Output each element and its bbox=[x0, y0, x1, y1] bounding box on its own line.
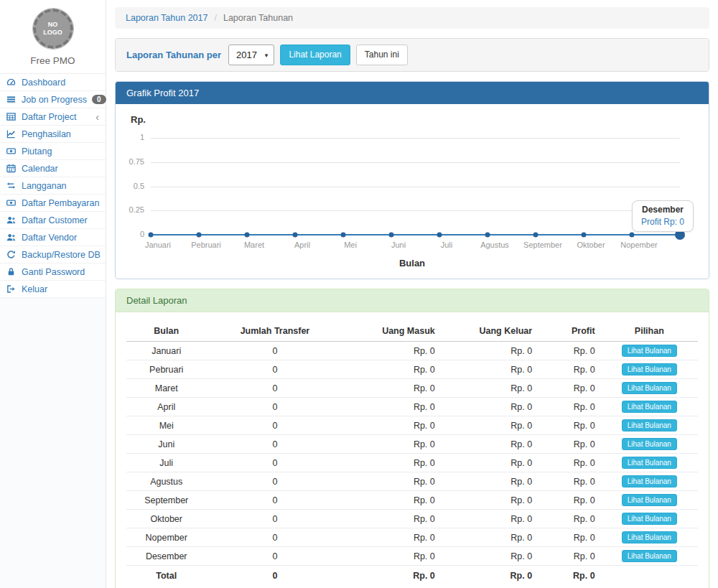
sidebar-item-ganti-password[interactable]: Ganti Password bbox=[0, 263, 106, 281]
x-axis-tick: Januari bbox=[133, 241, 183, 249]
sidebar-item-daftar-vendor[interactable]: Daftar Vendor bbox=[0, 229, 106, 246]
lihat-bulanan-button[interactable]: Lihat Bulanan bbox=[622, 401, 677, 413]
sidebar-item-dashboard[interactable]: Dashboard bbox=[0, 74, 106, 91]
breadcrumb: Laporan Tahun 2017 / Laporan Tahunan bbox=[115, 7, 709, 29]
chart-panel: Grafik Profit 2017 Rp. 00.250.50.751Janu… bbox=[115, 81, 709, 279]
table-row: Agustus0Rp. 0Rp. 0Rp. 0Lihat Bulanan bbox=[126, 472, 698, 491]
x-axis-tick: Pebruari bbox=[181, 241, 231, 249]
data-point bbox=[341, 233, 346, 238]
cell-uang-masuk: Rp. 0 bbox=[343, 547, 440, 566]
table-icon bbox=[6, 112, 17, 122]
cell-uang-masuk: Rp. 0 bbox=[343, 398, 440, 416]
header-pilihan: Pilihan bbox=[601, 321, 698, 342]
cell-uang-masuk: Rp. 0 bbox=[343, 416, 440, 435]
lihat-bulanan-button[interactable]: Lihat Bulanan bbox=[622, 513, 677, 525]
total-profit: Rp. 0 bbox=[538, 566, 601, 587]
lihat-bulanan-button[interactable]: Lihat Bulanan bbox=[622, 550, 677, 562]
x-axis-tick: Juni bbox=[373, 241, 424, 249]
profit-chart[interactable]: 00.250.50.751JanuariPebruariMaretAprilMe… bbox=[126, 125, 698, 256]
cell-profit: Rp. 0 bbox=[538, 398, 601, 416]
x-axis-tick: September bbox=[518, 241, 568, 249]
lihat-laporan-button[interactable]: Lihat Laporan bbox=[280, 45, 350, 65]
sidebar-item-label: Piutang bbox=[22, 146, 52, 157]
sidebar-item-job-on-progress[interactable]: Job on Progress0 bbox=[0, 91, 106, 108]
profit-line bbox=[126, 125, 698, 256]
table-row: Oktober0Rp. 0Rp. 0Rp. 0Lihat Bulanan bbox=[126, 510, 698, 528]
total-label: Total bbox=[126, 566, 206, 587]
cell-profit: Rp. 0 bbox=[538, 510, 601, 528]
cell-uang-keluar: Rp. 0 bbox=[441, 547, 538, 566]
breadcrumb-current: Laporan Tahunan bbox=[223, 13, 293, 23]
data-point bbox=[533, 233, 538, 238]
cell-bulan: Maret bbox=[126, 379, 206, 398]
sidebar-item-label: Ganti Password bbox=[22, 267, 85, 277]
sidebar-item-backup-restore-db[interactable]: Backup/Restore DB bbox=[0, 246, 106, 263]
total-uang-masuk: Rp. 0 bbox=[343, 566, 440, 587]
filter-panel-heading: Laporan Tahunan per 2017 ▾ Lihat Laporan… bbox=[116, 39, 709, 71]
breadcrumb-separator: / bbox=[214, 13, 216, 23]
cell-bulan: Pebruari bbox=[126, 360, 206, 379]
sidebar-item-label: Calendar bbox=[22, 164, 58, 174]
lihat-bulanan-button[interactable]: Lihat Bulanan bbox=[622, 475, 677, 487]
cell-bulan: Juni bbox=[126, 435, 206, 454]
year-select[interactable]: 2017 ▾ bbox=[228, 45, 274, 65]
lihat-bulanan-button[interactable]: Lihat Bulanan bbox=[622, 494, 677, 506]
cell-uang-masuk: Rp. 0 bbox=[343, 528, 440, 547]
chart-x-axis-label: Bulan bbox=[126, 258, 698, 269]
sidebar-item-keluar[interactable]: Keluar bbox=[0, 281, 106, 298]
cell-profit: Rp. 0 bbox=[538, 547, 601, 566]
lihat-bulanan-button[interactable]: Lihat Bulanan bbox=[622, 531, 677, 543]
tahun-ini-button[interactable]: Tahun ini bbox=[356, 45, 408, 65]
header-bulan: Bulan bbox=[126, 321, 206, 342]
cell-uang-keluar: Rp. 0 bbox=[441, 528, 538, 547]
detail-panel: Detail Laporan Bulan Jumlah Transfer Uan… bbox=[115, 289, 709, 588]
cell-uang-keluar: Rp. 0 bbox=[441, 379, 538, 398]
cell-uang-masuk: Rp. 0 bbox=[343, 491, 440, 510]
sidebar-item-penghasilan[interactable]: Penghasilan bbox=[0, 126, 106, 143]
refresh-icon bbox=[6, 250, 17, 260]
header-uang-keluar: Uang Keluar bbox=[441, 321, 538, 342]
header-jumlah-transfer: Jumlah Transfer bbox=[206, 321, 343, 342]
cell-profit: Rp. 0 bbox=[538, 416, 601, 435]
dashboard-icon bbox=[6, 78, 17, 88]
sidebar-item-daftar-customer[interactable]: Daftar Customer bbox=[0, 212, 106, 229]
users-icon bbox=[6, 215, 17, 225]
data-point bbox=[485, 233, 490, 238]
breadcrumb-link[interactable]: Laporan Tahun 2017 bbox=[126, 13, 208, 23]
total-jumlah-transfer: 0 bbox=[206, 566, 343, 587]
chevron-down-icon: ▾ bbox=[265, 52, 269, 59]
sidebar-item-label: Daftar Customer bbox=[22, 215, 88, 225]
table-row: Januari0Rp. 0Rp. 0Rp. 0Lihat Bulanan bbox=[126, 342, 698, 360]
lihat-bulanan-button[interactable]: Lihat Bulanan bbox=[622, 382, 677, 394]
cell-bulan: Juli bbox=[126, 454, 206, 472]
cell-profit: Rp. 0 bbox=[538, 379, 601, 398]
chart-line-icon bbox=[6, 129, 17, 139]
total-pilihan-empty bbox=[601, 566, 698, 587]
cell-profit: Rp. 0 bbox=[538, 528, 601, 547]
lihat-bulanan-button[interactable]: Lihat Bulanan bbox=[622, 438, 677, 450]
chart-tooltip: Desember Profit Rp: 0 bbox=[632, 200, 694, 232]
sidebar-item-calendar[interactable]: Calendar bbox=[0, 160, 106, 177]
sidebar-item-daftar-pembayaran[interactable]: Daftar Pembayaran bbox=[0, 195, 106, 212]
lihat-bulanan-button[interactable]: Lihat Bulanan bbox=[622, 419, 677, 431]
exchange-icon bbox=[6, 181, 17, 191]
table-row: Pebruari0Rp. 0Rp. 0Rp. 0Lihat Bulanan bbox=[126, 360, 698, 379]
lihat-bulanan-button[interactable]: Lihat Bulanan bbox=[622, 457, 677, 469]
x-axis-tick: Mei bbox=[325, 241, 376, 249]
cell-uang-masuk: Rp. 0 bbox=[343, 472, 440, 491]
brand-name: Free PMO bbox=[0, 55, 106, 66]
sign-out-icon bbox=[6, 284, 17, 294]
cell-profit: Rp. 0 bbox=[538, 491, 601, 510]
cell-bulan: Mei bbox=[126, 416, 206, 435]
table-total-row: Total 0 Rp. 0 Rp. 0 Rp. 0 bbox=[126, 566, 698, 587]
cell-jumlah-transfer: 0 bbox=[206, 360, 343, 379]
data-point bbox=[437, 233, 442, 238]
cell-bulan: Oktober bbox=[126, 510, 206, 528]
sidebar-item-langganan[interactable]: Langganan bbox=[0, 177, 106, 195]
sidebar-item-daftar-project[interactable]: Daftar Project‹ bbox=[0, 108, 106, 126]
lihat-bulanan-button[interactable]: Lihat Bulanan bbox=[622, 345, 677, 357]
header-profit: Profit bbox=[538, 321, 601, 342]
cell-jumlah-transfer: 0 bbox=[206, 547, 343, 566]
sidebar-item-piutang[interactable]: Piutang bbox=[0, 143, 106, 160]
lihat-bulanan-button[interactable]: Lihat Bulanan bbox=[622, 363, 677, 375]
